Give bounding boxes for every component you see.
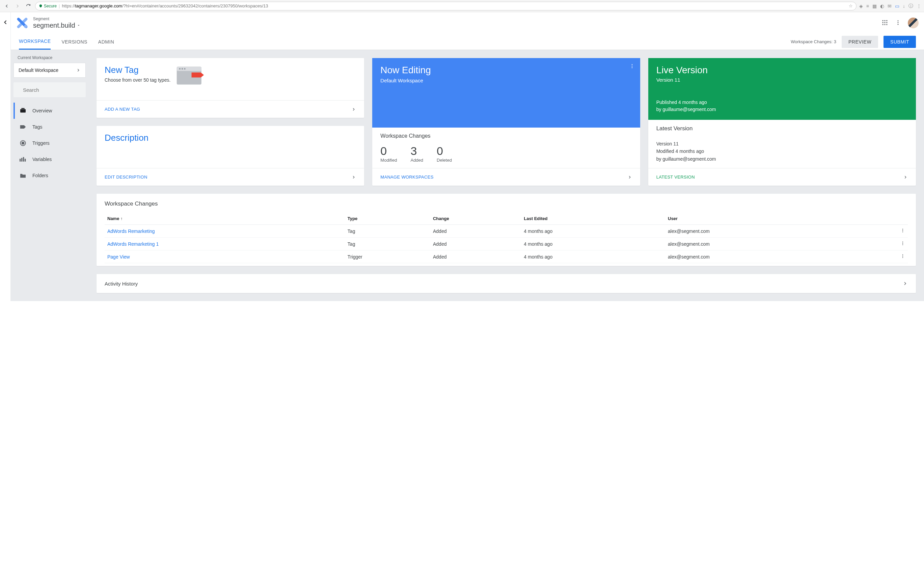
- svg-point-8: [886, 22, 887, 23]
- tab-versions[interactable]: VERSIONS: [62, 34, 87, 50]
- apps-grid-icon[interactable]: [882, 19, 888, 27]
- live-version-card: Live Version Version 11 Published 4 mont…: [648, 58, 916, 186]
- latest-version-button[interactable]: LATEST VERSION: [648, 168, 916, 186]
- row-overflow-menu[interactable]: [865, 225, 908, 237]
- extension-icons: ◈ ≡ ▦ ◐ ✉ ▭ ↓ ⓘ ⋮: [859, 3, 921, 9]
- row-name-link[interactable]: AdWords Remarketing: [105, 225, 345, 237]
- manage-workspaces-label: MANAGE WORKSPACES: [380, 174, 434, 180]
- ext-icon[interactable]: ↓: [903, 3, 905, 9]
- submit-button[interactable]: SUBMIT: [884, 36, 916, 48]
- ext-icon[interactable]: ◐: [880, 3, 884, 9]
- tab-admin[interactable]: ADMIN: [98, 34, 114, 50]
- latest-by: by guillaume@segment.com: [656, 155, 908, 163]
- row-overflow-menu[interactable]: [865, 237, 908, 251]
- row-change: Added: [430, 251, 521, 263]
- svg-point-30: [632, 66, 632, 67]
- browser-forward-button[interactable]: [14, 2, 22, 10]
- svg-point-10: [884, 24, 885, 25]
- overflow-menu-icon[interactable]: [895, 20, 901, 27]
- description-title: Description: [105, 133, 356, 143]
- sidebar-item-overview[interactable]: Overview: [14, 102, 86, 119]
- sidebar-item-folders[interactable]: Folders: [14, 167, 86, 183]
- ext-icon[interactable]: ⓘ: [909, 3, 913, 9]
- user-avatar[interactable]: [908, 18, 919, 29]
- row-overflow-menu[interactable]: [865, 251, 908, 263]
- table-row: AdWords Remarketing 1TagAdded4 months ag…: [105, 237, 908, 251]
- col-change[interactable]: Change: [430, 213, 521, 225]
- workspace-selector[interactable]: Default Workspace: [14, 63, 86, 78]
- chevron-right-icon: [351, 175, 356, 180]
- chevron-right-icon: [902, 281, 908, 286]
- row-name-link[interactable]: AdWords Remarketing 1: [105, 237, 345, 251]
- browser-back-button[interactable]: [3, 2, 11, 10]
- search-box[interactable]: [14, 83, 86, 97]
- svg-point-37: [902, 244, 903, 245]
- col-name[interactable]: Name ↑: [105, 213, 345, 225]
- svg-point-13: [898, 22, 899, 23]
- manage-workspaces-button[interactable]: MANAGE WORKSPACES: [372, 168, 640, 186]
- edit-description-button[interactable]: EDIT DESCRIPTION: [96, 168, 364, 186]
- table-row: Page ViewTriggerAdded4 months agoalex@se…: [105, 251, 908, 263]
- browser-chrome: Secure | https://tagmanager.google.com/?…: [0, 0, 924, 12]
- stat-deleted: 0 Deleted: [437, 144, 452, 163]
- published-by: by guillaume@segment.com: [656, 106, 908, 113]
- changes-table: Name ↑ Type Change Last Edited User AdWo…: [105, 213, 908, 263]
- tab-workspace[interactable]: WORKSPACE: [19, 34, 51, 50]
- row-last-edited: 4 months ago: [521, 237, 665, 251]
- svg-rect-17: [21, 108, 25, 109]
- browser-menu-icon[interactable]: ⋮: [916, 3, 921, 9]
- svg-point-40: [902, 257, 903, 258]
- svg-point-31: [632, 67, 632, 68]
- svg-rect-16: [20, 109, 26, 113]
- svg-point-26: [179, 68, 181, 70]
- tag-illustration-icon: [176, 65, 204, 86]
- sidebar-item-tags[interactable]: Tags: [14, 119, 86, 135]
- bookmark-star-icon[interactable]: ☆: [849, 3, 853, 8]
- browser-url-bar[interactable]: Secure | https://tagmanager.google.com/?…: [35, 2, 856, 11]
- preview-button[interactable]: PREVIEW: [842, 36, 878, 48]
- svg-point-7: [884, 22, 885, 23]
- ext-icon[interactable]: ≡: [866, 3, 869, 9]
- live-version-title: Live Version: [656, 65, 908, 76]
- ext-icon[interactable]: ▭: [895, 3, 899, 9]
- activity-history-card[interactable]: Activity History: [96, 274, 916, 293]
- svg-point-39: [902, 256, 903, 257]
- latest-version-number: Version 11: [656, 140, 908, 147]
- browser-reload-button[interactable]: [24, 2, 32, 10]
- stat-added: 3 Added: [410, 144, 423, 163]
- ext-icon[interactable]: ▦: [872, 3, 877, 9]
- svg-point-29: [632, 64, 632, 65]
- chevron-right-icon: [351, 107, 356, 112]
- row-last-edited: 4 months ago: [521, 251, 665, 263]
- svg-point-3: [882, 20, 884, 21]
- chevron-down-icon: [76, 23, 81, 27]
- app-back-button[interactable]: [0, 12, 11, 301]
- col-last-edited[interactable]: Last Edited: [521, 213, 665, 225]
- row-name-link[interactable]: Page View: [105, 251, 345, 263]
- sort-asc-icon: ↑: [120, 216, 123, 221]
- latest-version-heading: Latest Version: [648, 120, 916, 132]
- svg-point-33: [902, 230, 903, 231]
- add-new-tag-button[interactable]: ADD A NEW TAG: [96, 100, 364, 118]
- ext-icon[interactable]: ◈: [859, 3, 863, 9]
- col-user[interactable]: User: [665, 213, 865, 225]
- sidebar-item-variables[interactable]: Variables: [14, 151, 86, 167]
- card-overflow-menu[interactable]: [629, 63, 635, 70]
- overview-icon: [20, 107, 26, 114]
- new-tag-card: New Tag Choose from over 50 tag types.: [96, 58, 364, 118]
- gtm-logo-icon: [16, 17, 28, 29]
- col-type[interactable]: Type: [345, 213, 430, 225]
- app-header: Segment segment.build: [11, 12, 924, 34]
- row-last-edited: 4 months ago: [521, 225, 665, 237]
- row-user: alex@segment.com: [665, 251, 865, 263]
- container-selector[interactable]: segment.build: [33, 22, 81, 29]
- url-text: https://tagmanager.google.com/?hl=en#/co…: [62, 3, 268, 8]
- row-type: Tag: [345, 237, 430, 251]
- search-input[interactable]: [23, 87, 87, 93]
- svg-point-2: [24, 25, 27, 28]
- svg-rect-23: [25, 159, 26, 161]
- sidebar-item-triggers[interactable]: Triggers: [14, 135, 86, 151]
- ext-icon[interactable]: ✉: [888, 3, 892, 9]
- workspace-name: Default Workspace: [18, 68, 58, 73]
- new-tag-subtitle: Choose from over 50 tag types.: [105, 77, 170, 83]
